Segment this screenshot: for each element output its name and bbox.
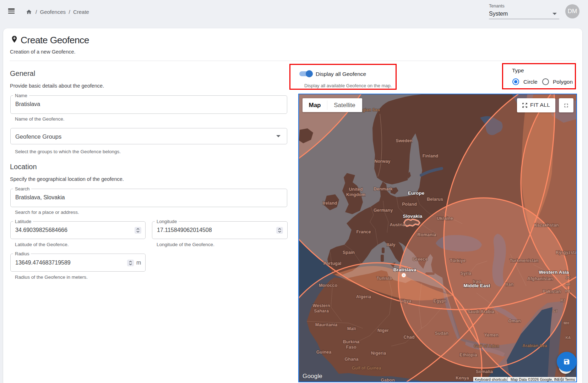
svg-text:Kazakhstan: Kazakhstan	[534, 223, 559, 228]
svg-text:Gulf of Aden: Gulf of Aden	[474, 344, 499, 349]
svg-text:Gulf of Guinea: Gulf of Guinea	[352, 366, 381, 371]
svg-text:Sahara: Sahara	[314, 309, 329, 313]
svg-text:Sweden: Sweden	[396, 138, 412, 143]
svg-text:Oman: Oman	[508, 318, 521, 323]
svg-text:Yemen: Yemen	[484, 333, 499, 338]
svg-text:Slovakia: Slovakia	[403, 213, 423, 219]
svg-text:Faso: Faso	[346, 345, 356, 350]
svg-text:GJ: GJ	[552, 309, 557, 313]
svg-text:Western: Western	[312, 303, 330, 308]
svg-text:Morocco: Morocco	[319, 283, 337, 288]
svg-text:Portugal: Portugal	[323, 261, 342, 266]
svg-text:Poland: Poland	[402, 202, 417, 207]
svg-text:Ireland: Ireland	[323, 201, 337, 206]
svg-text:United: United	[349, 187, 363, 192]
svg-text:Iran: Iran	[506, 282, 514, 287]
svg-text:Kyrgyzstan: Kyrgyzstan	[556, 250, 576, 255]
svg-text:MH: MH	[564, 321, 569, 325]
svg-text:Middle East: Middle East	[463, 283, 490, 288]
svg-text:Sudan: Sudan	[435, 331, 448, 336]
svg-text:Mauritania: Mauritania	[315, 322, 338, 327]
svg-text:Bratislava: Bratislava	[393, 267, 416, 272]
svg-text:Ghana: Ghana	[345, 357, 359, 362]
svg-text:Syria: Syria	[461, 271, 472, 276]
svg-text:Austria: Austria	[390, 222, 405, 227]
svg-text:Denmark: Denmark	[374, 187, 393, 192]
svg-text:Romania: Romania	[418, 232, 437, 237]
svg-text:Italy: Italy	[386, 242, 395, 247]
svg-text:Chad: Chad	[403, 335, 414, 340]
svg-text:Arabian Sea: Arabian Sea	[522, 343, 547, 348]
svg-text:Germany: Germany	[374, 208, 393, 213]
svg-text:Niger: Niger	[377, 328, 389, 333]
svg-text:PB: PB	[565, 289, 570, 293]
svg-text:Kingdom: Kingdom	[346, 192, 365, 197]
svg-text:Afghanistan: Afghanistan	[527, 276, 553, 281]
svg-text:Algeria: Algeria	[356, 294, 371, 299]
svg-text:Tunisia: Tunisia	[377, 276, 392, 281]
svg-text:Greece: Greece	[413, 257, 428, 262]
svg-text:Nigeria: Nigeria	[371, 351, 386, 356]
svg-text:Libya: Libya	[400, 299, 412, 304]
svg-text:HP: HP	[566, 283, 571, 287]
svg-text:Gabon: Gabon	[381, 378, 395, 382]
svg-text:Kenya: Kenya	[456, 376, 469, 381]
svg-text:Norway: Norway	[374, 159, 390, 164]
svg-text:Mali: Mali	[347, 326, 356, 331]
svg-text:Ukraine: Ukraine	[437, 216, 453, 221]
svg-text:Egypt: Egypt	[434, 299, 446, 304]
svg-text:Western Asia: Western Asia	[539, 270, 569, 275]
svg-text:Saudi Arabia: Saudi Arabia	[467, 309, 495, 314]
svg-text:Finland: Finland	[423, 154, 438, 159]
svg-text:JK: JK	[566, 276, 571, 280]
svg-text:Guinea: Guinea	[316, 350, 332, 355]
svg-text:Ethiopia: Ethiopia	[459, 353, 477, 357]
svg-text:Türkiye: Türkiye	[450, 258, 466, 263]
svg-text:Somalia: Somalia	[476, 369, 493, 374]
svg-text:Belarus: Belarus	[427, 197, 443, 202]
svg-text:Spain: Spain	[343, 250, 355, 255]
svg-text:Turkmenistan: Turkmenistan	[510, 258, 538, 263]
svg-text:KA: KA	[566, 336, 571, 340]
svg-text:Pakistan: Pakistan	[543, 289, 561, 294]
svg-text:France: France	[356, 229, 371, 234]
svg-text:RJ: RJ	[561, 299, 565, 302]
